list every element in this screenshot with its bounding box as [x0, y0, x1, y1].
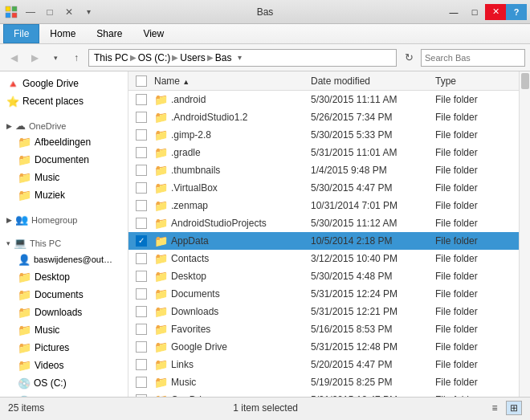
table-row[interactable]: 📁Desktop5/30/2015 4:48 PMFile folder	[128, 267, 519, 285]
header-date[interactable]: Date modified	[311, 75, 435, 87]
header-name[interactable]: Name ▲	[151, 75, 311, 87]
table-row[interactable]: 📁.zenmap10/31/2014 7:01 PMFile folder	[128, 197, 519, 214]
minimize-quick[interactable]: —	[22, 6, 39, 18]
table-row[interactable]: 📁Contacts3/12/2015 10:40 PMFile folder	[128, 250, 519, 267]
maximize-button[interactable]: □	[464, 4, 485, 20]
row-checkbox-cell[interactable]	[132, 324, 151, 335]
row-checkbox[interactable]	[136, 306, 147, 317]
table-row[interactable]: 📁Links5/20/2015 4:47 PMFile folder	[128, 356, 519, 373]
path-bas[interactable]: Bas	[215, 52, 232, 63]
sidebar-item-documents[interactable]: 📁 Documents	[0, 286, 128, 304]
close-button[interactable]: ✕	[485, 4, 506, 20]
row-checkbox-cell[interactable]	[132, 288, 151, 300]
tab-file[interactable]: File	[3, 24, 39, 43]
back-button[interactable]: ◀	[5, 49, 22, 67]
row-checkbox-cell[interactable]	[132, 200, 151, 211]
help-button[interactable]: ?	[506, 4, 527, 20]
table-row[interactable]: 📁Favorites5/16/2015 8:53 PMFile folder	[128, 320, 519, 338]
row-checkbox-cell[interactable]	[132, 271, 151, 282]
table-row[interactable]: 📁.thumbnails1/4/2015 9:48 PMFile folder	[128, 161, 519, 179]
quick-access[interactable]: ▾	[80, 6, 96, 18]
minimize-button[interactable]: —	[443, 4, 464, 20]
sidebar-item-videos[interactable]: 📁 Videos	[0, 357, 128, 374]
sidebar-item-muziek[interactable]: 📁 Muziek	[0, 186, 128, 204]
row-checkbox[interactable]: ✓	[136, 235, 147, 247]
row-checkbox[interactable]	[136, 112, 147, 123]
table-row[interactable]: 📁Documents5/31/2015 12:24 PMFile folder	[128, 285, 519, 303]
row-checkbox[interactable]	[136, 341, 147, 353]
header-type[interactable]: Type	[435, 75, 516, 87]
table-row[interactable]: 📁AndroidStudioProjects5/30/2015 11:12 AM…	[128, 214, 519, 232]
table-row[interactable]: 📁.android5/30/2015 11:11 AMFile folder	[128, 91, 519, 108]
recent-locations-button[interactable]: ▾	[47, 49, 64, 67]
row-checkbox-cell[interactable]	[132, 218, 151, 229]
row-checkbox-cell[interactable]	[132, 182, 151, 194]
sidebar-item-google-drive[interactable]: 🔺 Google Drive	[0, 75, 128, 92]
sidebar-item-data-d[interactable]: 💿 Data (D:)	[0, 392, 128, 397]
row-checkbox-cell[interactable]	[132, 394, 151, 398]
row-checkbox-cell[interactable]	[132, 147, 151, 158]
row-checkbox-cell[interactable]	[132, 165, 151, 176]
row-checkbox-cell[interactable]	[132, 359, 151, 370]
sidebar-item-music-od[interactable]: 📁 Music	[0, 169, 128, 186]
table-row[interactable]: 📁.AndroidStudio1.25/26/2015 7:34 PMFile …	[128, 108, 519, 126]
path-osc[interactable]: OS (C:)	[138, 52, 171, 63]
close-quick[interactable]: ✕	[61, 6, 77, 18]
row-checkbox[interactable]	[136, 288, 147, 300]
sidebar-scrollbar[interactable]	[519, 71, 530, 397]
forward-button[interactable]: ▶	[26, 49, 43, 67]
row-checkbox-cell[interactable]	[132, 341, 151, 353]
row-checkbox[interactable]	[136, 324, 147, 335]
sidebar-section-onedrive[interactable]: ▶ ☁ OneDrive	[0, 116, 128, 133]
sidebar-item-afbeeldingen[interactable]: 📁 Afbeeldingen	[0, 133, 128, 151]
path-thispc[interactable]: This PC	[94, 52, 128, 63]
row-checkbox[interactable]	[136, 359, 147, 370]
table-row[interactable]: 📁Downloads5/31/2015 12:21 PMFile folder	[128, 303, 519, 320]
row-checkbox[interactable]	[136, 218, 147, 229]
row-checkbox[interactable]	[136, 182, 147, 194]
row-checkbox[interactable]	[136, 253, 147, 264]
row-checkbox-cell[interactable]	[132, 306, 151, 317]
tab-home[interactable]: Home	[39, 24, 86, 43]
sidebar-section-thispc[interactable]: ▾ 💻 This PC	[0, 234, 128, 251]
row-checkbox-cell[interactable]	[132, 112, 151, 123]
row-checkbox[interactable]	[136, 271, 147, 282]
up-button[interactable]: ↑	[67, 49, 85, 67]
search-box[interactable]: 🔍	[421, 49, 525, 67]
row-checkbox[interactable]	[136, 377, 147, 388]
maximize-quick[interactable]: □	[42, 6, 58, 18]
row-checkbox-cell[interactable]	[132, 129, 151, 141]
path-users[interactable]: Users	[180, 52, 205, 63]
row-checkbox[interactable]	[136, 200, 147, 211]
sidebar-item-pictures[interactable]: 📁 Pictures	[0, 339, 128, 357]
header-checkbox[interactable]	[132, 75, 151, 87]
view-large-button[interactable]: ⊞	[506, 401, 522, 415]
row-checkbox[interactable]	[136, 165, 147, 176]
row-checkbox[interactable]	[136, 394, 147, 398]
search-input[interactable]	[425, 53, 530, 63]
sidebar-item-music[interactable]: 📁 Music	[0, 321, 128, 339]
sidebar-item-account[interactable]: 👤 baswijdenes@outloo...	[0, 251, 128, 268]
sidebar-item-recent-places[interactable]: ⭐ Recent places	[0, 92, 128, 110]
sidebar-item-os-c[interactable]: 💿 OS (C:)	[0, 374, 128, 392]
row-checkbox-cell[interactable]	[132, 253, 151, 264]
row-checkbox-cell[interactable]: ✓	[132, 235, 151, 247]
row-checkbox[interactable]	[136, 129, 147, 141]
sidebar-item-desktop[interactable]: 📁 Desktop	[0, 268, 128, 286]
tab-view[interactable]: View	[132, 24, 174, 43]
table-row[interactable]: 📁Music5/19/2015 8:25 PMFile folder	[128, 373, 519, 391]
table-row[interactable]: 📁.VirtualBox5/30/2015 4:47 PMFile folder	[128, 179, 519, 197]
table-row[interactable]: ✓📁AppData10/5/2014 2:18 PMFile folder	[128, 232, 519, 250]
table-row[interactable]: 📁Google Drive5/31/2015 12:48 PMFile fold…	[128, 338, 519, 356]
row-checkbox[interactable]	[136, 147, 147, 158]
sidebar-item-downloads[interactable]: 📁 Downloads	[0, 304, 128, 321]
table-row[interactable]: 📁.gimp-2.85/30/2015 5:33 PMFile folder	[128, 126, 519, 144]
refresh-button[interactable]: ↻	[400, 49, 418, 67]
tab-share[interactable]: Share	[86, 24, 132, 43]
row-checkbox[interactable]	[136, 94, 147, 105]
sidebar-item-documenten[interactable]: 📁 Documenten	[0, 151, 128, 169]
row-checkbox-cell[interactable]	[132, 377, 151, 388]
sidebar-section-homegroup[interactable]: ▶ 👥 Homegroup	[0, 210, 128, 227]
row-checkbox-cell[interactable]	[132, 94, 151, 105]
address-path[interactable]: This PC ▶ OS (C:) ▶ Users ▶ Bas ▾	[88, 49, 397, 67]
